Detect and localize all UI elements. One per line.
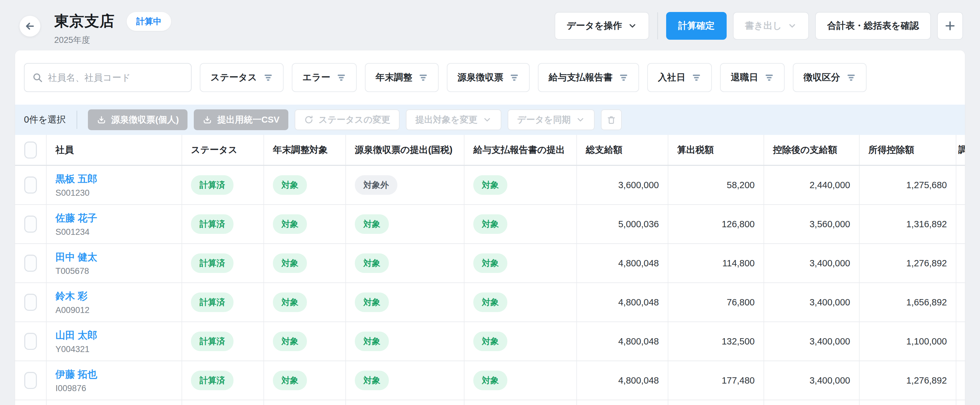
status-badge: 計算済: [191, 332, 234, 351]
column-header-after-deduction[interactable]: 控除後の支給額: [764, 135, 860, 165]
confirm-calculation-button[interactable]: 計算確定: [666, 12, 727, 40]
filter-lines-icon: [509, 73, 519, 82]
nencho-badge: 対象: [273, 292, 307, 312]
after-deduction-value: 3,400,000: [764, 283, 860, 322]
column-header-calc-tax[interactable]: 算出税額: [668, 135, 764, 165]
table-row: 佐藤 花子 S001234 計算済 対象 対象 対象 5,000,036 126…: [15, 205, 965, 244]
employee-name-link[interactable]: 鈴木 彩: [56, 290, 89, 303]
gensen-badge: 対象: [355, 332, 389, 351]
filter-gensen-label: 源泉徴収票: [458, 71, 503, 84]
gensen-badge: 対象: [355, 292, 389, 312]
chevron-down-icon: [482, 115, 492, 124]
change-submission-label: 提出対象を変更: [415, 114, 477, 126]
employee-name-link[interactable]: 田中 健太: [56, 250, 97, 264]
search-input[interactable]: [48, 72, 183, 83]
employee-name-link[interactable]: 黒板 五郎: [56, 172, 97, 186]
filter-gensen-button[interactable]: 源泉徴収票: [447, 63, 530, 92]
filter-lines-icon: [764, 73, 774, 82]
income-deduction-value: 1,276,892: [860, 244, 956, 282]
add-button[interactable]: [937, 12, 963, 40]
back-button[interactable]: [19, 16, 40, 37]
search-icon: [32, 72, 43, 83]
confirm-calculation-label: 計算確定: [678, 19, 715, 32]
calc-tax-value: 76,800: [668, 283, 764, 322]
column-header-kyuyo[interactable]: 給与支払報告書の提出: [465, 135, 577, 165]
row-checkbox[interactable]: [24, 294, 37, 311]
withholding-individual-button[interactable]: 源泉徴収票(個人): [88, 109, 188, 130]
employee-name-link[interactable]: 山田 太郎: [56, 329, 97, 342]
employee-code: T005678: [56, 266, 97, 276]
change-status-label: ステータスの変更: [318, 114, 390, 126]
check-summary-button[interactable]: 合計表・総括表を確認: [815, 12, 931, 40]
column-header-nencho[interactable]: 年末調整対象: [264, 135, 346, 165]
partial-cell: [956, 322, 965, 360]
after-deduction-value: 3,400,000: [764, 244, 860, 282]
employee-name-link[interactable]: 伊藤 拓也: [56, 368, 97, 381]
column-header-status[interactable]: ステータス: [182, 135, 264, 165]
table-row: 黒板 五郎 S001230 計算済 対象 対象外 対象 3,600,000 58…: [15, 166, 965, 205]
unified-csv-button[interactable]: 提出用統一CSV: [194, 109, 288, 130]
total-pay-value: 4,800,048: [577, 322, 668, 360]
status-badge: 計算済: [191, 254, 234, 273]
employee-name-link[interactable]: 佐藤 花子: [56, 212, 97, 225]
select-all-checkbox[interactable]: [24, 142, 37, 158]
change-submission-button[interactable]: 提出対象を変更: [406, 109, 501, 130]
filter-bar: ステータス エラー 年末調整 源泉徴収票 給与支払報告書 入社日 退職日 徴収: [15, 50, 965, 105]
title-block: 東京支店 計算中 2025年度: [54, 11, 171, 46]
gensen-badge: 対象: [355, 254, 389, 273]
change-status-button[interactable]: ステータスの変更: [294, 109, 399, 130]
column-header-income-deduction[interactable]: 所得控除額: [860, 135, 956, 165]
sync-data-button[interactable]: データを同期: [508, 109, 595, 130]
row-checkbox[interactable]: [24, 372, 37, 389]
partial-cell: [956, 283, 965, 322]
unified-csv-label: 提出用統一CSV: [217, 114, 280, 126]
filter-kyuyo-button[interactable]: 給与支払報告書: [538, 63, 639, 92]
status-badge: 計算中: [127, 12, 171, 31]
search-box: [24, 63, 192, 92]
sync-data-label: データを同期: [517, 114, 571, 126]
filter-lines-icon: [337, 73, 346, 82]
data-operations-button[interactable]: データを操作: [555, 12, 649, 40]
employee-code: Y004321: [56, 344, 97, 354]
content-card: ステータス エラー 年末調整 源泉徴収票 給与支払報告書 入社日 退職日 徴収: [15, 50, 965, 405]
filter-leave-date-button[interactable]: 退職日: [720, 63, 784, 92]
filter-hire-date-button[interactable]: 入社日: [647, 63, 712, 92]
page-title: 東京支店: [54, 11, 115, 31]
filter-collection-type-label: 徴収区分: [803, 71, 840, 84]
chevron-down-icon: [628, 21, 637, 30]
export-button[interactable]: 書き出し: [733, 12, 809, 40]
filter-status-button[interactable]: ステータス: [200, 63, 283, 92]
header-actions: データを操作 計算確定 書き出し 合計表・総括表を確認: [555, 12, 963, 40]
delete-button[interactable]: [601, 109, 622, 130]
row-checkbox[interactable]: [24, 177, 37, 193]
gensen-badge: 対象外: [355, 175, 397, 195]
filter-collection-type-button[interactable]: 徴収区分: [793, 63, 867, 92]
chevron-down-icon: [788, 21, 797, 30]
filter-lines-icon: [263, 73, 273, 82]
income-deduction-value: 1,275,680: [860, 166, 956, 204]
column-header-total-pay[interactable]: 総支給額: [577, 135, 668, 165]
column-header-gensen[interactable]: 源泉徴収票の提出(国税): [346, 135, 465, 165]
nencho-badge: 対象: [273, 371, 307, 390]
row-checkbox[interactable]: [24, 215, 37, 233]
income-deduction-value: 1,316,892: [860, 205, 956, 243]
row-checkbox[interactable]: [24, 255, 37, 272]
income-deduction-value: 1,276,892: [860, 361, 956, 400]
nencho-badge: 対象: [273, 214, 307, 234]
kyuyo-badge: 対象: [473, 214, 508, 234]
arrow-left-icon: [24, 21, 36, 32]
total-pay-value: 5,000,036: [577, 205, 668, 243]
status-badge: 計算済: [191, 175, 234, 195]
filter-nencho-button[interactable]: 年末調整: [365, 63, 439, 92]
column-header-partial: 調: [956, 135, 965, 165]
filter-error-button[interactable]: エラー: [292, 63, 357, 92]
trash-icon: [606, 115, 616, 124]
check-summary-label: 合計表・総括表を確認: [827, 19, 919, 32]
action-bar-divider: [76, 111, 77, 129]
kyuyo-badge: 対象: [473, 332, 508, 351]
after-deduction-value: 3,560,000: [764, 205, 860, 243]
row-checkbox[interactable]: [24, 333, 37, 350]
filter-status-label: ステータス: [210, 71, 257, 84]
total-pay-value: 4,800,048: [577, 283, 668, 322]
column-header-employee[interactable]: 社員: [47, 135, 182, 165]
